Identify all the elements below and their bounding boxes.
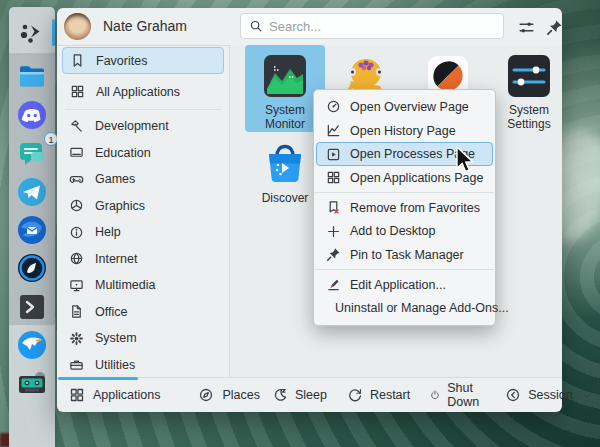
configure-icon [518,19,535,36]
restart-icon [347,387,363,403]
sidebar-item-system[interactable]: System [62,325,224,352]
thunderbird-icon[interactable] [17,215,47,245]
session-button[interactable]: Session [505,387,592,403]
menu-item-pin-to-task-manager[interactable]: Pin to Task Manager [316,243,493,267]
menu-item-open-history-page[interactable]: Open History Page [316,119,493,143]
all-apps-grid-icon [326,170,341,185]
menu-item-label: Open Overview Page [350,100,469,114]
menu-separator [315,269,494,270]
category-label: Office [95,305,127,319]
active-tab-indicator [58,377,138,380]
tab-label: Places [222,388,260,402]
category-label: Utilities [95,358,135,372]
sleep-moon-icon [272,387,288,403]
launcher-header: Nate Graham Search... [57,8,562,46]
desktop: 1 Nate Graham Search... [0,0,600,447]
color-wheel-icon [69,198,84,213]
gauge-icon [326,99,341,114]
app-launcher-icon[interactable] [17,18,47,48]
sidebar-item-label: Favorites [96,54,147,68]
bookmark-icon [70,53,85,68]
search-icon [249,19,263,33]
sidebar-item-label: All Applications [96,85,180,99]
category-label: Development [95,119,169,133]
tab-places[interactable]: Places [186,378,272,412]
menu-item-uninstall-or-manage-addons[interactable]: Uninstall or Manage Add-Ons... [316,297,493,321]
sidebar-separator [65,109,221,110]
category-label: Help [95,225,121,239]
file-manager-icon[interactable] [17,61,47,91]
app-tile-system-settings[interactable]: System Settings [489,45,569,132]
discover-app-icon [262,141,308,187]
menu-item-label: Open History Page [350,124,456,138]
sidebar-item-help[interactable]: Help [62,219,224,246]
remove-favorite-icon [326,200,341,215]
history-chart-icon [326,123,341,138]
launcher-footer: Applications Places Sleep Restart Shut D… [57,377,562,412]
category-label: Games [95,172,135,186]
toolbox-icon [69,357,84,372]
menu-item-edit-application[interactable]: Edit Application... [316,273,493,297]
launcher-active-indicator [52,19,55,46]
user-name: Nate Graham [103,18,187,34]
action-label: Shut Down [447,381,485,409]
sidebar-item-utilities[interactable]: Utilities [62,352,224,379]
pin-icon [326,247,341,262]
pin-icon [546,19,563,36]
plus-icon [326,224,341,239]
mouse-cursor [455,146,477,180]
sidebar-item-office[interactable]: Office [62,299,224,326]
menu-separator [315,192,494,193]
category-sidebar: Favorites All Applications Development E… [57,45,230,378]
category-label: System [95,331,137,345]
sidebar-item-education[interactable]: Education [62,140,224,167]
session-chevron-icon [505,387,521,403]
sidebar-item-favorites[interactable]: Favorites [62,47,224,74]
system-monitor-app-icon [262,53,308,99]
sleep-button[interactable]: Sleep [272,387,327,403]
shutdown-button[interactable]: Shut Down [430,381,485,409]
system-settings-app-icon [506,53,552,99]
category-label: Education [95,146,151,160]
sidebar-item-development[interactable]: Development [62,113,224,140]
discord-icon[interactable] [17,100,47,130]
hammer-icon [69,119,84,134]
terminal-icon[interactable] [17,292,47,322]
menu-item-label: Remove from Favorites [350,201,480,215]
pin-button[interactable] [542,15,566,39]
sidebar-item-games[interactable]: Games [62,166,224,193]
chat-icon[interactable]: 1 [17,138,47,168]
restart-button[interactable]: Restart [347,387,410,403]
falkon-icon[interactable] [17,330,47,360]
category-label: Internet [95,252,137,266]
display-icon [69,145,84,160]
menu-item-add-to-desktop[interactable]: Add to Desktop [316,219,493,243]
sidebar-item-internet[interactable]: Internet [62,246,224,273]
edit-pen-icon [326,277,341,292]
action-label: Sleep [295,388,327,402]
media-player-icon[interactable] [17,369,47,399]
compass-icon [198,387,214,403]
configure-button[interactable] [514,15,538,39]
sidebar-item-graphics[interactable]: Graphics [62,193,224,220]
menu-item-open-overview-page[interactable]: Open Overview Page [316,95,493,119]
search-input[interactable]: Search... [240,13,504,39]
chevron-down-icon [580,389,593,402]
search-placeholder: Search... [269,19,321,34]
category-label: Multimedia [95,278,155,292]
sidebar-item-multimedia[interactable]: Multimedia [62,272,224,299]
globe-icon [69,251,84,266]
menu-item-remove-from-favorites[interactable]: Remove from Favorites [316,196,493,220]
telegram-icon[interactable] [17,177,47,207]
all-apps-grid-icon [69,387,85,403]
gear-icon [69,331,84,346]
processes-window-icon [326,147,341,162]
tab-applications[interactable]: Applications [57,378,172,412]
sidebar-item-all-applications[interactable]: All Applications [62,78,224,105]
menu-item-label: Edit Application... [350,278,446,292]
user-avatar[interactable] [64,13,91,40]
tab-label: Applications [93,388,160,402]
info-icon [69,225,84,240]
browser-icon[interactable] [17,253,47,283]
action-label: Restart [370,388,410,402]
